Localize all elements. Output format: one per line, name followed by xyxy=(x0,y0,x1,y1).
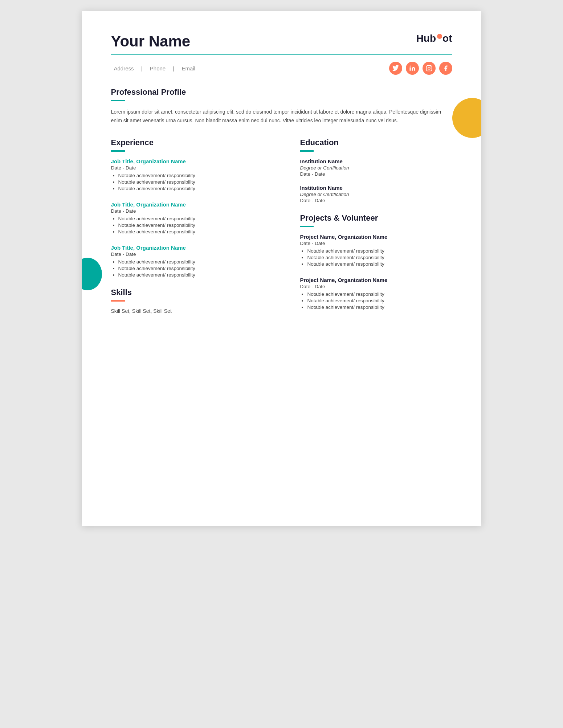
bullet-3-1: Notable achievement/ responsibility xyxy=(118,259,278,265)
email-text: Email xyxy=(181,65,195,71)
svg-point-2 xyxy=(428,67,430,69)
proj-bullet-2-1: Notable achievement/ responsibility xyxy=(307,291,452,297)
hubspot-spot: ot xyxy=(437,33,452,44)
edu-entry-1: Institution Name Degree or Certification… xyxy=(300,158,452,177)
project-title-1: Project Name, Organization Name xyxy=(300,234,452,240)
job-date-3: Date - Date xyxy=(111,251,278,257)
separator-2: | xyxy=(173,65,176,71)
bullet-3-3: Notable achievement/ responsibility xyxy=(118,272,278,278)
project-bullets-1: Notable achievement/ responsibility Nota… xyxy=(300,248,452,267)
two-column-layout: Experience Job Title, Organization Name … xyxy=(111,138,452,320)
experience-section: Experience Job Title, Organization Name … xyxy=(111,138,278,278)
job-bullets-3: Notable achievement/ responsibility Nota… xyxy=(111,259,278,278)
hubspot-dot xyxy=(437,34,442,39)
job-entry-2: Job Title, Organization Name Date - Date… xyxy=(111,201,278,234)
project-title-2: Project Name, Organization Name xyxy=(300,277,452,283)
edu-date-1: Date - Date xyxy=(300,171,452,177)
project-date-2: Date - Date xyxy=(300,284,452,289)
education-underline xyxy=(300,150,314,152)
bullet-2-2: Notable achievement/ responsibility xyxy=(118,222,278,228)
candidate-name: Your Name xyxy=(111,33,191,50)
proj-bullet-2-3: Notable achievement/ responsibility xyxy=(307,304,452,310)
social-icons-group xyxy=(389,62,452,75)
profile-underline xyxy=(111,100,125,101)
proj-bullet-1-3: Notable achievement/ responsibility xyxy=(307,261,452,267)
education-section: Education Institution Name Degree or Cer… xyxy=(300,138,452,203)
proj-bullet-2-2: Notable achievement/ responsibility xyxy=(307,298,452,303)
contact-row: Address | Phone | Email xyxy=(111,62,452,75)
bullet-2-1: Notable achievement/ responsibility xyxy=(118,216,278,221)
bullet-1-1: Notable achievement/ responsibility xyxy=(118,173,278,178)
bullet-2-3: Notable achievement/ responsibility xyxy=(118,229,278,234)
experience-underline xyxy=(111,150,125,152)
skills-text: Skill Set, Skill Set, Skill Set xyxy=(111,308,278,314)
linkedin-icon[interactable] xyxy=(406,62,419,75)
project-entry-1: Project Name, Organization Name Date - D… xyxy=(300,234,452,267)
deco-circle-teal xyxy=(82,258,102,290)
contact-info: Address | Phone | Email xyxy=(111,65,198,71)
header: Your Name Hub ot xyxy=(111,33,452,50)
edu-entry-2: Institution Name Degree or Certification… xyxy=(300,185,452,203)
hubspot-text-hub: Hub xyxy=(416,33,436,44)
bullet-1-3: Notable achievement/ responsibility xyxy=(118,186,278,191)
job-bullets-2: Notable achievement/ responsibility Nota… xyxy=(111,216,278,234)
projects-underline xyxy=(300,226,314,227)
edu-date-2: Date - Date xyxy=(300,198,452,203)
skills-underline xyxy=(111,300,125,302)
instagram-icon[interactable] xyxy=(423,62,436,75)
profile-title: Professional Profile xyxy=(111,87,452,97)
projects-title: Projects & Volunteer xyxy=(300,213,452,223)
left-column: Experience Job Title, Organization Name … xyxy=(111,138,278,320)
skills-section: Skills Skill Set, Skill Set, Skill Set xyxy=(111,288,278,314)
separator-1: | xyxy=(141,65,144,71)
svg-point-0 xyxy=(409,66,411,67)
proj-bullet-1-2: Notable achievement/ responsibility xyxy=(307,255,452,260)
svg-point-3 xyxy=(430,66,431,67)
right-column: Education Institution Name Degree or Cer… xyxy=(300,138,452,320)
bullet-3-2: Notable achievement/ responsibility xyxy=(118,266,278,271)
job-entry-3: Job Title, Organization Name Date - Date… xyxy=(111,245,278,278)
job-title-1: Job Title, Organization Name xyxy=(111,158,278,164)
edu-institution-1: Institution Name xyxy=(300,158,452,164)
bullet-1-2: Notable achievement/ responsibility xyxy=(118,179,278,185)
edu-institution-2: Institution Name xyxy=(300,185,452,191)
job-date-2: Date - Date xyxy=(111,208,278,214)
address-text: Address xyxy=(114,65,134,71)
hubspot-logo: Hub ot xyxy=(416,33,452,44)
profile-body: Lorem ipsum dolor sit amet, consectetur … xyxy=(111,108,452,125)
job-title-2: Job Title, Organization Name xyxy=(111,201,278,208)
profile-section: Professional Profile Lorem ipsum dolor s… xyxy=(111,87,452,125)
project-bullets-2: Notable achievement/ responsibility Nota… xyxy=(300,291,452,310)
facebook-icon[interactable] xyxy=(439,62,452,75)
project-entry-2: Project Name, Organization Name Date - D… xyxy=(300,277,452,310)
job-title-3: Job Title, Organization Name xyxy=(111,245,278,251)
job-date-1: Date - Date xyxy=(111,165,278,171)
experience-title: Experience xyxy=(111,138,278,147)
resume-page: Your Name Hub ot Address | Phone | Email xyxy=(82,11,481,526)
svg-rect-1 xyxy=(426,66,432,71)
project-date-1: Date - Date xyxy=(300,241,452,246)
twitter-icon[interactable] xyxy=(389,62,402,75)
skills-title: Skills xyxy=(111,288,278,297)
proj-bullet-1-1: Notable achievement/ responsibility xyxy=(307,248,452,254)
phone-text: Phone xyxy=(150,65,166,71)
header-divider xyxy=(111,54,452,55)
education-title: Education xyxy=(300,138,452,147)
job-entry-1: Job Title, Organization Name Date - Date… xyxy=(111,158,278,191)
job-bullets-1: Notable achievement/ responsibility Nota… xyxy=(111,173,278,191)
deco-circle-yellow xyxy=(452,98,481,138)
edu-degree-1: Degree or Certification xyxy=(300,165,452,171)
hubspot-text-ot: ot xyxy=(442,33,452,44)
edu-degree-2: Degree or Certification xyxy=(300,192,452,197)
projects-section: Projects & Volunteer Project Name, Organ… xyxy=(300,213,452,310)
